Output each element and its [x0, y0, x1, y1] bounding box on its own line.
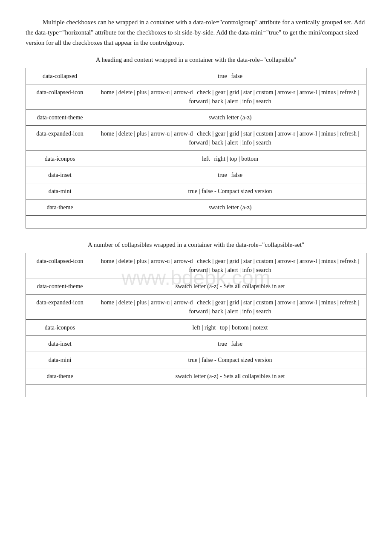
attr-value-cell: home | delete | plus | arrow-u | arrow-d…	[94, 295, 366, 320]
attr-name-cell: data-iconpos	[26, 320, 94, 336]
attr-name-cell: data-theme	[26, 199, 94, 216]
table-row: data-collapsed-iconhome | delete | plus …	[26, 84, 366, 110]
attr-value-cell: true | false	[94, 336, 366, 352]
section2-table: data-collapsed-iconhome | delete | plus …	[26, 253, 366, 397]
attr-name-cell: data-inset	[26, 336, 94, 352]
table-row: data-collapsed-iconhome | delete | plus …	[26, 253, 366, 278]
table-row: data-expanded-iconhome | delete | plus |…	[26, 126, 366, 151]
section2-heading: A number of collapsibles wrapped in a co…	[26, 241, 366, 249]
attr-name-cell: data-mini	[26, 183, 94, 199]
attr-name-cell: data-mini	[26, 352, 94, 368]
attr-value-cell	[94, 216, 366, 228]
attr-value-cell: swatch letter (a-z)	[94, 110, 366, 126]
attr-name-cell: data-inset	[26, 167, 94, 183]
attr-value-cell: home | delete | plus | arrow-u | arrow-d…	[94, 84, 366, 110]
table-row: data-minitrue | false - Compact sized ve…	[26, 183, 366, 199]
attr-value-cell: swatch letter (a-z)	[94, 199, 366, 216]
table-row: data-insettrue | false	[26, 336, 366, 352]
attr-value-cell: true | false - Compact sized version	[94, 183, 366, 199]
table-row: data-minitrue | false - Compact sized ve…	[26, 352, 366, 368]
table-row: data-expanded-iconhome | delete | plus |…	[26, 295, 366, 320]
section1-heading: A heading and content wrapped in a conta…	[26, 56, 366, 64]
intro-paragraph: Multiple checkboxes can be wrapped in a …	[26, 17, 366, 48]
table-row: data-iconposleft | right | top | bottom …	[26, 320, 366, 336]
attr-name-cell: data-collapsed	[26, 68, 94, 84]
table-row: data-collapsedtrue | false	[26, 68, 366, 84]
attr-name-cell: data-expanded-icon	[26, 295, 94, 320]
table-row	[26, 384, 366, 397]
attr-name-cell: data-theme	[26, 368, 94, 384]
attr-value-cell	[94, 384, 366, 397]
table-row: data-themeswatch letter (a-z) - Sets all…	[26, 368, 366, 384]
attr-name-cell: data-collapsed-icon	[26, 84, 94, 110]
attr-value-cell: swatch letter (a-z) - Sets all collapsib…	[94, 368, 366, 384]
attr-value-cell: true | false - Compact sized version	[94, 352, 366, 368]
attr-value-cell: left | right | top | bottom | notext	[94, 320, 366, 336]
table-row: data-iconposleft | right | top | bottom	[26, 151, 366, 167]
attr-name-cell: data-content-theme	[26, 110, 94, 126]
attr-value-cell: true | false	[94, 68, 366, 84]
table-row: data-content-themeswatch letter (a-z)	[26, 110, 366, 126]
attr-value-cell: swatch letter (a-z) - Sets all collapsib…	[94, 278, 366, 295]
table-row	[26, 216, 366, 228]
table-row: data-content-themeswatch letter (a-z) - …	[26, 278, 366, 295]
attr-name-cell: data-content-theme	[26, 278, 94, 295]
table-row: data-themeswatch letter (a-z)	[26, 199, 366, 216]
attr-value-cell: home | delete | plus | arrow-u | arrow-d…	[94, 253, 366, 278]
table-row: data-insettrue | false	[26, 167, 366, 183]
attr-name-cell	[26, 216, 94, 228]
attr-name-cell: data-collapsed-icon	[26, 253, 94, 278]
attr-value-cell: left | right | top | bottom	[94, 151, 366, 167]
attr-name-cell	[26, 384, 94, 397]
attr-value-cell: home | delete | plus | arrow-u | arrow-d…	[94, 126, 366, 151]
section1-table: data-collapsedtrue | falsedata-collapsed…	[26, 68, 366, 228]
attr-value-cell: true | false	[94, 167, 366, 183]
attr-name-cell: data-expanded-icon	[26, 126, 94, 151]
attr-name-cell: data-iconpos	[26, 151, 94, 167]
